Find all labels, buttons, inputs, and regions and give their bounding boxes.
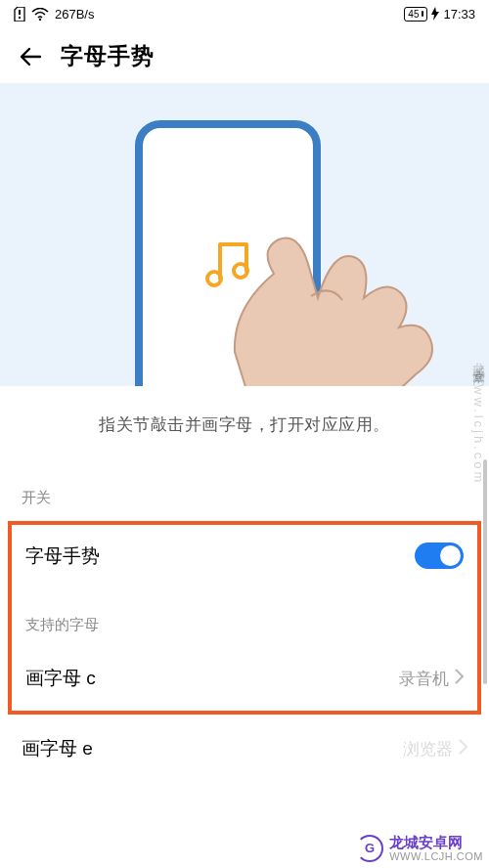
row-label: 画字母 c [25,666,96,691]
section-header-supported: 支持的字母 [12,608,477,648]
row-letter-gesture-toggle[interactable]: 字母手势 [12,525,477,586]
hero-illustration [0,83,489,386]
charging-icon [431,7,439,21]
watermark-logo-icon: G [356,835,383,862]
back-button[interactable] [18,44,43,69]
row-label: 画字母 e [22,736,93,761]
scrollbar[interactable] [483,459,487,684]
watermark-url: WWW.LCJH.COM [389,850,483,862]
hand-icon [196,181,450,386]
row-value: 浏览器 [403,738,453,760]
net-speed: 267B/s [55,7,94,22]
svg-rect-0 [19,10,21,15]
battery-percent: 45 [408,8,419,21]
svg-point-2 [39,18,41,20]
watermark-brand: 龙城安卓网 [389,834,463,850]
page-title: 字母手势 [61,41,155,71]
highlight-box: 字母手势 支持的字母 画字母 c 录音机 [8,521,481,715]
clock: 17:33 [443,7,475,22]
row-draw-letter-e[interactable]: 画字母 e 浏览器 [0,715,489,779]
watermark-footer: G 龙城安卓网 WWW.LCJH.COM [356,834,483,862]
wifi-icon [31,8,49,21]
row-draw-letter-c[interactable]: 画字母 c 录音机 [12,648,477,709]
back-arrow-icon [19,45,42,68]
toggle-switch[interactable] [415,542,464,569]
toggle-label: 字母手势 [25,543,100,569]
app-bar: 字母手势 [0,27,489,83]
watermark-vertical: 龙城安卓网 www.lcjh.com [469,352,487,485]
svg-rect-1 [19,17,21,19]
chevron-right-icon [459,739,467,760]
hero-caption: 指关节敲击并画字母，打开对应应用。 [0,386,489,481]
section-header-switch: 开关 [0,481,489,521]
chevron-right-icon [455,669,464,689]
sim-alert-icon [14,7,25,22]
status-bar: 267B/s 45 17:33 [0,0,489,27]
battery-icon: 45 [404,7,427,22]
row-value: 录音机 [399,668,449,690]
